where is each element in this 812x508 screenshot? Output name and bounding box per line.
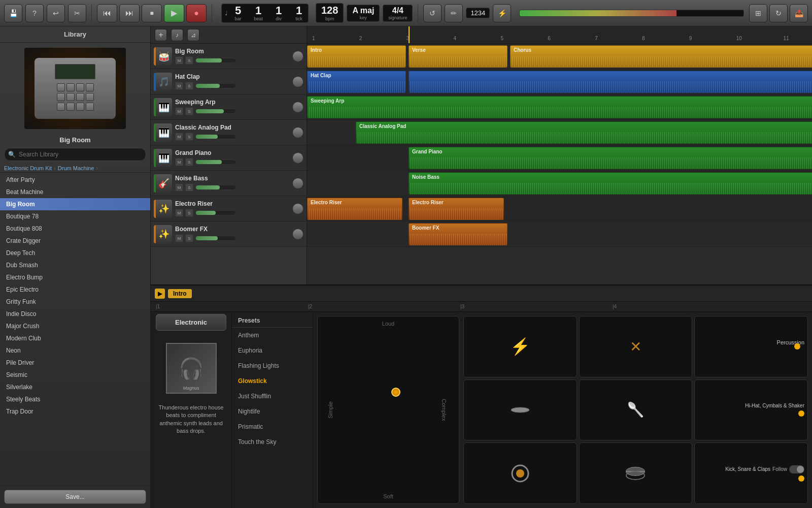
bar-value[interactable]: 5 <box>235 5 241 16</box>
counter-display[interactable]: 1234 <box>466 8 490 18</box>
library-item[interactable]: Crate Digger <box>0 235 150 247</box>
preset-item[interactable]: Just Shufflin <box>232 389 313 404</box>
scissors-btn[interactable]: ✂ <box>68 4 86 22</box>
solo-btn[interactable]: S <box>185 209 193 217</box>
track-volume-knob[interactable] <box>292 76 303 87</box>
solo-btn[interactable]: S <box>185 234 193 242</box>
track-volume-knob[interactable] <box>292 203 303 214</box>
preset-item[interactable]: Touch the Sky <box>232 434 313 450</box>
library-item[interactable]: Boutique 808 <box>0 223 150 235</box>
pad-12[interactable] <box>86 103 94 111</box>
solo-btn[interactable]: S <box>185 158 193 166</box>
rewind-btn[interactable]: ⏮ <box>97 4 117 22</box>
pad-3[interactable] <box>76 83 84 91</box>
bpm-display[interactable]: 128 bpm <box>316 3 344 23</box>
loop-btn[interactable]: ↻ <box>769 4 788 22</box>
track-volume-knob[interactable] <box>292 178 303 189</box>
library-item[interactable]: Trap Door <box>0 405 150 418</box>
xy-dot[interactable] <box>391 388 400 397</box>
library-item[interactable]: After Party <box>0 174 150 186</box>
follow-toggle[interactable] <box>789 465 804 473</box>
clip[interactable]: Grand Piano <box>409 147 812 169</box>
pad-6[interactable] <box>66 93 75 101</box>
pad-7[interactable] <box>76 93 84 101</box>
search-input[interactable] <box>4 148 146 161</box>
pad-9[interactable] <box>57 103 65 111</box>
library-item[interactable]: Neon <box>0 344 150 357</box>
hihat-dot[interactable] <box>798 410 804 417</box>
library-item[interactable]: Epic Electro <box>0 283 150 296</box>
cycle-btn[interactable]: ↺ <box>423 4 442 22</box>
library-item[interactable]: Electro Bump <box>0 271 150 283</box>
share-btn[interactable]: 📤 <box>790 4 808 22</box>
clip[interactable]: Intro <box>307 45 406 68</box>
plug-btn[interactable]: ⚡ <box>493 4 511 22</box>
track-fader[interactable] <box>195 83 236 88</box>
mute-btn[interactable]: M <box>175 56 183 65</box>
library-item[interactable]: Boutique 78 <box>0 210 150 223</box>
view-btn[interactable]: ⊞ <box>749 4 767 22</box>
preset-item[interactable]: Euphoria <box>232 343 313 358</box>
clip[interactable]: Sweeping Arp <box>307 96 812 118</box>
forward-btn[interactable]: ⏭ <box>119 4 140 22</box>
xy-pad[interactable]: Loud Soft Simple Complex <box>317 316 459 504</box>
library-item[interactable]: Modern Club <box>0 332 150 344</box>
library-item[interactable]: Silverlake <box>0 381 150 393</box>
help-btn[interactable]: ? <box>25 4 44 22</box>
library-item[interactable]: Major Crush <box>0 320 150 332</box>
mute-btn[interactable]: M <box>175 234 183 242</box>
library-item[interactable]: Beat Machine <box>0 186 150 198</box>
clip[interactable]: Boomer FX <box>409 223 507 245</box>
track-volume-knob[interactable] <box>292 51 303 62</box>
library-item[interactable]: Dub Smash <box>0 259 150 271</box>
solo-btn[interactable]: S <box>185 133 193 141</box>
clip[interactable]: Chorus <box>510 45 812 68</box>
clip[interactable]: Hat Clap <box>307 71 406 93</box>
preset-item[interactable]: Anthem <box>232 328 313 343</box>
solo-btn[interactable]: S <box>185 183 193 192</box>
breadcrumb-item-2[interactable]: Drum Machine <box>58 165 94 171</box>
pencil-btn[interactable]: ✏ <box>445 4 463 22</box>
solo-btn[interactable]: S <box>185 107 193 115</box>
track-fader[interactable] <box>195 185 236 190</box>
pad-2[interactable] <box>66 83 75 91</box>
clip[interactable]: Classic Analog Pad <box>356 121 812 144</box>
pad-5[interactable] <box>57 93 65 101</box>
track-fader[interactable] <box>195 134 236 139</box>
preset-item[interactable]: Nightlife <box>232 404 313 419</box>
mute-btn[interactable]: M <box>175 133 183 141</box>
preset-item[interactable]: Glowstick <box>232 373 313 389</box>
library-item[interactable]: Steely Beats <box>0 393 150 405</box>
clip[interactable]: Electro Riser <box>307 198 402 220</box>
track-fader[interactable] <box>195 58 236 63</box>
track-volume-knob[interactable] <box>292 102 303 113</box>
track-volume-knob[interactable] <box>292 229 303 240</box>
pad-1[interactable] <box>57 83 65 91</box>
mute-btn[interactable]: M <box>175 209 183 217</box>
add-track-button[interactable]: + <box>155 29 167 41</box>
mute-btn[interactable]: M <box>175 183 183 192</box>
pad-4[interactable] <box>86 83 94 91</box>
play-btn[interactable]: ▶ <box>164 4 184 22</box>
filter-btn[interactable]: ⊿ <box>187 29 199 41</box>
save-button[interactable]: Save... <box>4 490 146 504</box>
pad-8[interactable] <box>86 93 94 101</box>
div-value[interactable]: 1 <box>276 5 282 16</box>
mute-btn[interactable]: M <box>175 158 183 166</box>
preset-item[interactable]: Flashing Lights <box>232 358 313 373</box>
mute-btn[interactable]: M <box>175 82 183 90</box>
midi-btn[interactable]: ♪ <box>171 29 183 41</box>
style-button[interactable]: Electronic <box>156 314 226 331</box>
stop-btn[interactable]: ■ <box>142 4 162 22</box>
clip[interactable]: Electro Riser <box>409 198 504 220</box>
track-fader[interactable] <box>195 160 236 165</box>
signature-display[interactable]: 4/4 signature <box>383 5 413 22</box>
undo-btn[interactable]: ↩ <box>47 4 65 22</box>
track-volume-knob[interactable] <box>292 127 303 138</box>
pad-11[interactable] <box>76 103 84 111</box>
bottom-play-btn[interactable]: ▶ <box>155 289 165 299</box>
clip[interactable]: Noise Bass <box>409 172 812 195</box>
beat-value[interactable]: 1 <box>255 5 261 16</box>
breadcrumb-item-1[interactable]: Electronic Drum Kit <box>4 165 52 171</box>
pad-10[interactable] <box>66 103 75 111</box>
